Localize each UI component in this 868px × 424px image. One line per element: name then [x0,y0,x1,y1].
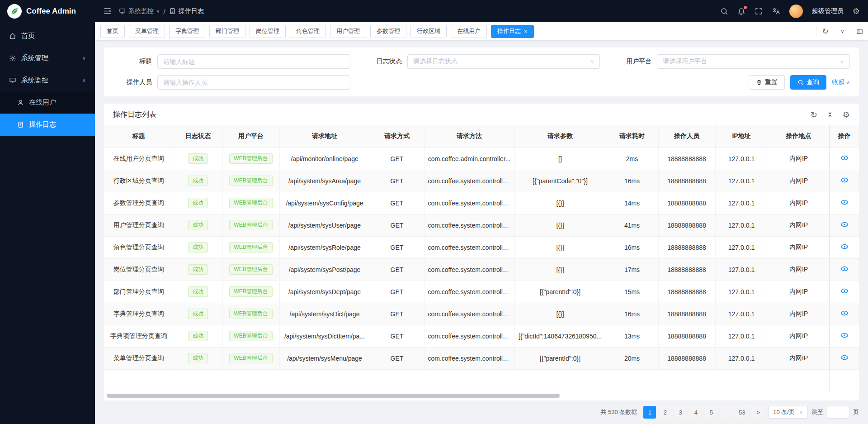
operator-input[interactable] [157,75,350,90]
cell-location: 内网IP [768,192,830,214]
page-size-select[interactable]: 10 条/页 ∨ [768,406,808,419]
cell-url: /api/system/sysConfig/page [279,192,370,214]
breadcrumb-separator: / [163,8,165,15]
avatar[interactable] [789,5,803,18]
breadcrumb-section[interactable]: 系统监控 ∨ [119,7,160,15]
collapse-sidebar-icon[interactable] [103,7,112,15]
sidebar-item-operation-log[interactable]: 操作日志 [0,114,95,136]
cell-location: 内网IP [768,281,830,303]
tab[interactable]: 菜单管理 [129,25,165,38]
next-page-button[interactable]: > [752,406,764,419]
title-input[interactable] [157,54,350,69]
cell-params: [{"parentId":0}] [514,281,606,303]
cell-method: GET [370,170,424,192]
row-height-icon[interactable] [826,111,834,118]
col-operator: 操作人员 [658,125,715,148]
cell-platform: WEB管理后台 [222,192,279,214]
tab-label: 用户管理 [336,27,360,35]
status-select[interactable]: 请选择日志状态 ∨ [407,54,600,69]
page-number-button[interactable]: ··· [720,406,733,419]
refresh-icon[interactable]: ↻ [816,27,834,36]
view-detail-button[interactable] [840,220,849,229]
tab-label: 在线用户 [457,27,481,35]
user-name[interactable]: 超级管理员 [812,7,844,15]
user-icon [17,99,24,106]
view-detail-button[interactable] [840,353,849,362]
cell-duration: 41ms [606,214,658,236]
page-number-button[interactable]: 1 [643,406,656,419]
cell-status: 成功 [174,303,222,325]
page-number-button[interactable]: 5 [705,406,717,419]
cell-ip: 127.0.0.1 [715,192,768,214]
cell-operator: 18888888888 [658,325,715,347]
tab[interactable]: 字典管理 [169,25,205,38]
cell-duration: 16ms [606,236,658,258]
notification-bell-icon[interactable] [737,7,745,15]
cell-handler: com.coffee.system.controlle... [424,236,514,258]
tab[interactable]: 用户管理 [330,25,366,38]
cell-location: 内网IP [768,258,830,281]
sidebar-item-home[interactable]: 首页 [0,25,95,47]
view-detail-button[interactable] [840,287,849,295]
tab[interactable]: 在线用户 [451,25,487,38]
jump-page-input[interactable] [827,406,849,419]
monitor-icon [9,77,16,84]
cell-status: 成功 [174,148,222,170]
fullscreen-icon[interactable] [755,7,763,15]
filter-status-label: 日志状态 [363,57,402,66]
view-detail-button[interactable] [840,331,849,339]
cell-operator: 18888888888 [658,347,715,369]
cell-params: [{"parentId":0}] [514,347,606,369]
cell-duration: 16ms [606,170,658,192]
cell-handler: com.coffee.system.controlle... [424,170,514,192]
view-detail-button[interactable] [840,309,849,317]
app-logo[interactable]: Coffee Admin [0,0,95,22]
collapse-filters-link[interactable]: 收起 ∧ [832,78,850,86]
cell-actions [830,258,859,281]
tab[interactable]: 岗位管理 [250,25,286,38]
page-number-button[interactable]: 53 [736,406,748,419]
table-row: 字典管理分页查询 成功 WEB管理后台 /api/system/sysDict/… [104,303,859,325]
chevron-up-icon: ∧ [82,77,86,83]
tab[interactable]: 角色管理 [290,25,326,38]
sidebar: Coffee Admin 首页 系统管理 ∨ 系统监控 ∧ 在线用户 [0,0,95,424]
cell-handler: com.coffee.system.controlle... [424,347,514,369]
tab[interactable]: 部门管理 [209,25,245,38]
translate-icon[interactable] [772,7,780,15]
tab[interactable]: 行政区域 [410,25,447,38]
tab[interactable]: 操作日志 × [491,25,534,38]
cell-handler: com.coffee.system.controlle... [424,303,514,325]
layout-icon[interactable] [851,27,868,36]
platform-select[interactable]: 请选择用户平台 ∨ [657,54,850,69]
horizontal-scrollbar[interactable] [107,394,560,398]
platform-badge: WEB管理后台 [229,353,272,364]
view-detail-button[interactable] [840,265,849,273]
tab[interactable]: 首页 [100,25,125,38]
cell-location: 内网IP [768,214,830,236]
cell-location: 内网IP [768,347,830,369]
settings-gear-icon[interactable]: ⚙ [853,6,860,16]
refresh-icon[interactable]: ↻ [811,110,817,119]
pagination-total: 共 530 条数据 [600,408,637,416]
page-number-button[interactable]: 4 [689,406,702,419]
sidebar-item-online-users[interactable]: 在线用户 [0,91,95,114]
view-detail-button[interactable] [840,176,849,184]
column-settings-gear-icon[interactable]: ⚙ [843,110,850,119]
page-number-button[interactable]: 3 [674,406,687,419]
view-detail-button[interactable] [840,243,849,251]
tab[interactable]: 参数管理 [370,25,406,38]
tab-close-icon[interactable]: × [524,29,528,34]
cell-ip: 127.0.0.1 [715,258,768,281]
view-detail-button[interactable] [840,154,849,162]
cell-operator: 18888888888 [658,170,715,192]
reset-button[interactable]: 重置 [749,75,785,90]
platform-badge: WEB管理后台 [229,309,272,319]
view-detail-button[interactable] [840,198,849,206]
search-icon[interactable] [720,7,728,15]
search-button[interactable]: 查询 [790,75,826,90]
sidebar-item-system-monitor[interactable]: 系统监控 ∧ [0,69,95,91]
page-number-button[interactable]: 2 [659,406,671,419]
cell-status: 成功 [174,281,222,303]
sidebar-item-system-management[interactable]: 系统管理 ∨ [0,47,95,69]
chevron-down-icon[interactable]: ∨ [834,27,851,36]
